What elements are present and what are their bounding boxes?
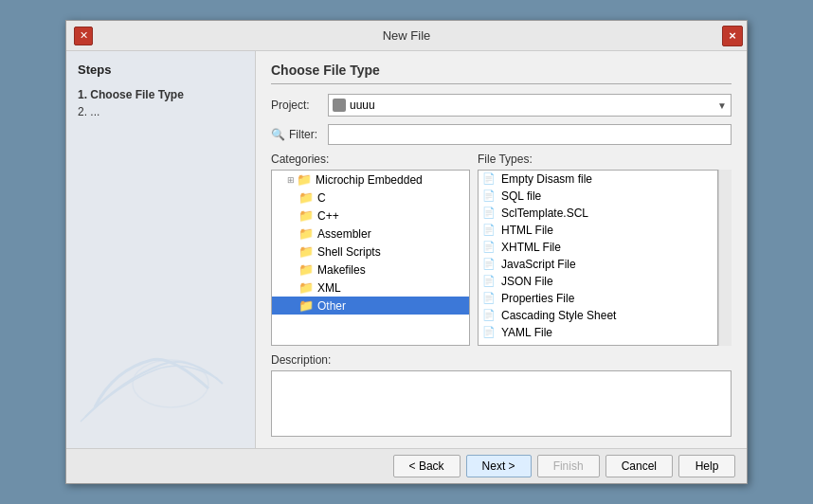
file-icon: 📄: [482, 241, 497, 254]
category-label: Assembler: [317, 227, 371, 241]
step-1-number: 1.: [78, 88, 87, 101]
project-icon: [333, 99, 346, 112]
folder-icon: 📁: [298, 226, 314, 241]
folder-icon: 📁: [298, 298, 314, 313]
file-type-html[interactable]: 📄 HTML File: [479, 222, 717, 239]
file-type-label: SclTemplate.SCL: [501, 207, 588, 220]
file-type-json[interactable]: 📄 JSON File: [479, 273, 717, 290]
project-dropdown[interactable]: uuuu ▼: [328, 94, 732, 117]
cancel-button[interactable]: Cancel: [605, 455, 673, 477]
category-assembler[interactable]: 📁 Assembler: [272, 225, 469, 243]
file-icon: 📄: [482, 189, 497, 203]
steps-panel: Steps 1. Choose File Type 2. ...: [66, 51, 256, 448]
file-type-properties[interactable]: 📄 Properties File: [479, 290, 717, 307]
file-type-label: JavaScript File: [501, 258, 576, 271]
dialog-footer: < Back Next > Finish Cancel Help: [66, 448, 747, 483]
file-type-xhtml[interactable]: 📄 XHTML File: [479, 239, 717, 256]
file-type-label: Properties File: [501, 292, 574, 305]
category-label: XML: [317, 281, 341, 295]
folder-icon: 📁: [298, 280, 314, 295]
step-1-label: Choose File Type: [90, 88, 183, 101]
folder-icon: 📁: [298, 262, 314, 277]
project-value: uuuu: [350, 99, 375, 112]
file-type-empty-disasm[interactable]: 📄 Empty Disasm file: [479, 171, 717, 188]
file-icon: 📄: [482, 224, 497, 237]
search-icon: 🔍: [271, 128, 285, 141]
category-c[interactable]: 📁 C: [272, 189, 469, 207]
svg-point-0: [133, 360, 208, 407]
dialog-title: New File: [383, 28, 431, 43]
file-icon: 📄: [482, 309, 497, 322]
category-xml[interactable]: 📁 XML: [272, 279, 469, 297]
main-panel: Choose File Type Project: uuuu ▼ 🔍 Filte…: [256, 51, 747, 448]
step-2: 2. ...: [78, 103, 244, 120]
category-makefiles[interactable]: 📁 Makefiles: [272, 261, 469, 279]
file-type-label: HTML File: [501, 224, 553, 237]
help-button[interactable]: Help: [678, 455, 735, 477]
file-icon: 📄: [482, 172, 497, 186]
file-type-columns: Categories: ⊞ 📁 Microchip Embedded 📁 C: [271, 153, 732, 346]
title-bar-close-button[interactable]: ✕: [74, 27, 93, 45]
project-row: Project: uuuu ▼: [271, 94, 732, 117]
category-label: Shell Scripts: [317, 245, 381, 259]
file-types-label: File Types:: [478, 153, 732, 166]
categories-tree[interactable]: ⊞ 📁 Microchip Embedded 📁 C 📁 C++: [271, 170, 470, 346]
expand-icon: ⊞: [287, 175, 295, 185]
close-button[interactable]: ×: [722, 26, 743, 46]
step-1: 1. Choose File Type: [78, 86, 244, 103]
step-2-number: 2.: [78, 105, 87, 118]
category-label: C: [317, 191, 326, 205]
next-button[interactable]: Next >: [466, 455, 532, 477]
file-types-list-wrapper: 📄 Empty Disasm file 📄 SQL file 📄 SclTemp…: [478, 170, 732, 346]
category-cpp[interactable]: 📁 C++: [272, 207, 469, 225]
file-types-scrollbar[interactable]: [718, 170, 732, 346]
file-type-label: Cascading Style Sheet: [501, 309, 616, 322]
file-icon: 📄: [482, 326, 497, 339]
file-icon: 📄: [482, 207, 497, 220]
file-type-label: XHTML File: [501, 241, 561, 254]
folder-icon: 📁: [298, 244, 314, 259]
file-icon: 📄: [482, 292, 497, 305]
dialog-body: Steps 1. Choose File Type 2. ... Ch: [66, 51, 747, 448]
filter-row: 🔍 Filter:: [271, 124, 732, 145]
category-shell[interactable]: 📁 Shell Scripts: [272, 243, 469, 261]
category-microchip[interactable]: ⊞ 📁 Microchip Embedded: [272, 171, 469, 189]
description-label: Description:: [271, 353, 732, 367]
category-label: Microchip Embedded: [316, 173, 423, 187]
category-other[interactable]: 📁 Other: [272, 297, 469, 315]
section-title: Choose File Type: [271, 63, 732, 84]
file-types-list[interactable]: 📄 Empty Disasm file 📄 SQL file 📄 SclTemp…: [478, 170, 718, 346]
folder-icon: 📁: [297, 172, 312, 187]
folder-icon: 📁: [298, 190, 314, 205]
watermark: [76, 313, 227, 429]
file-type-label: Empty Disasm file: [501, 172, 592, 186]
category-label: Other: [317, 299, 346, 313]
file-icon: 📄: [482, 258, 497, 271]
description-section: Description:: [271, 353, 732, 437]
file-type-yaml[interactable]: 📄 YAML File: [479, 324, 717, 341]
file-type-label: YAML File: [501, 326, 552, 339]
file-type-scl[interactable]: 📄 SclTemplate.SCL: [479, 205, 717, 222]
finish-button[interactable]: Finish: [537, 455, 600, 477]
file-type-label: JSON File: [501, 275, 553, 288]
new-file-dialog: ✕ New File × Steps 1. Choose File Type 2…: [65, 20, 748, 484]
folder-icon: 📁: [298, 208, 314, 223]
filter-label: 🔍 Filter:: [271, 128, 328, 141]
filter-input[interactable]: [328, 124, 732, 145]
step-2-label: ...: [90, 105, 99, 118]
category-label: Makefiles: [317, 263, 366, 277]
project-label: Project:: [271, 99, 328, 112]
file-type-label: SQL file: [501, 189, 541, 203]
file-type-css[interactable]: 📄 Cascading Style Sheet: [479, 307, 717, 324]
back-button[interactable]: < Back: [393, 455, 461, 477]
file-type-sql[interactable]: 📄 SQL file: [479, 188, 717, 205]
categories-label: Categories:: [271, 153, 470, 166]
category-label: C++: [317, 209, 339, 223]
categories-column: Categories: ⊞ 📁 Microchip Embedded 📁 C: [271, 153, 470, 346]
file-type-js[interactable]: 📄 JavaScript File: [479, 256, 717, 273]
description-box: [271, 370, 732, 437]
dropdown-arrow-icon: ▼: [717, 100, 727, 111]
title-bar: ✕ New File ×: [66, 21, 747, 51]
file-types-column: File Types: 📄 Empty Disasm file 📄 SQL fi…: [478, 153, 732, 346]
steps-heading: Steps: [78, 63, 244, 77]
